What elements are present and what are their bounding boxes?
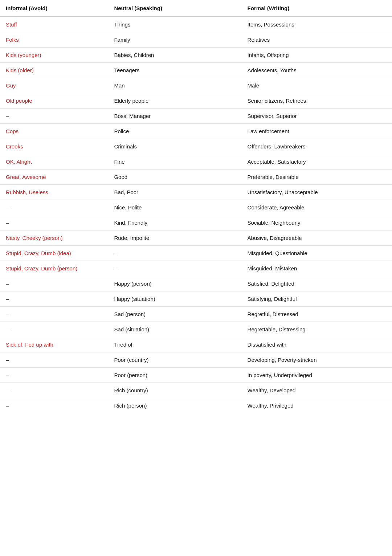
cell-informal: OK, Alright — [0, 154, 110, 169]
cell-neutral: Rich (country) — [110, 383, 243, 398]
cell-informal: Great, Awesome — [0, 169, 110, 185]
cell-neutral: Boss, Manager — [110, 109, 243, 124]
cell-formal: Considerate, Agreeable — [243, 200, 392, 215]
cell-formal: Supervisor, Superior — [243, 109, 392, 124]
table-row: CopsPoliceLaw enforcement — [0, 124, 392, 139]
cell-formal: In poverty, Underprivileged — [243, 368, 392, 383]
cell-formal: Preferable, Desirable — [243, 169, 392, 185]
cell-neutral: Criminals — [110, 139, 243, 154]
table-row: –Sad (situation)Regrettable, Distressing — [0, 322, 392, 337]
cell-neutral: Sad (person) — [110, 307, 243, 322]
vocabulary-table: Informal (Avoid) Neutral (Speaking) Form… — [0, 0, 392, 413]
cell-informal: Folks — [0, 32, 110, 48]
header-formal: Formal (Writing) — [243, 0, 392, 17]
table-row: –Kind, FriendlySociable, Neighbourly — [0, 215, 392, 230]
table-row: Stupid, Crazy, Dumb (person)–Misguided, … — [0, 261, 392, 276]
table-row: Old peopleElderly peopleSenior citizens,… — [0, 93, 392, 109]
cell-formal: Dissatisfied with — [243, 337, 392, 352]
cell-neutral: Kind, Friendly — [110, 215, 243, 230]
table-row: OK, AlrightFineAcceptable, Satisfactory — [0, 154, 392, 169]
cell-neutral: – — [110, 246, 243, 261]
cell-informal: – — [0, 322, 110, 337]
cell-formal: Wealthy, Developed — [243, 383, 392, 398]
table-row: GuyManMale — [0, 78, 392, 93]
cell-formal: Sociable, Neighbourly — [243, 215, 392, 230]
table-row: –Boss, ManagerSupervisor, Superior — [0, 109, 392, 124]
table-row: –Poor (person)In poverty, Underprivilege… — [0, 368, 392, 383]
table-row: –Poor (country)Developing, Poverty-stric… — [0, 352, 392, 368]
cell-informal: Stupid, Crazy, Dumb (idea) — [0, 246, 110, 261]
cell-formal: Relatives — [243, 32, 392, 48]
cell-formal: Misguided, Mistaken — [243, 261, 392, 276]
cell-neutral: – — [110, 261, 243, 276]
table-row: –Rich (country)Wealthy, Developed — [0, 383, 392, 398]
cell-informal: – — [0, 200, 110, 215]
cell-neutral: Teenagers — [110, 63, 243, 78]
cell-neutral: Police — [110, 124, 243, 139]
cell-neutral: Things — [110, 17, 243, 32]
table-row: Nasty, Cheeky (person)Rude, ImpoliteAbus… — [0, 230, 392, 246]
cell-formal: Satisfying, Delightful — [243, 291, 392, 307]
cell-formal: Offenders, Lawbreakers — [243, 139, 392, 154]
table-row: StuffThingsItems, Possessions — [0, 17, 392, 32]
cell-informal: Guy — [0, 78, 110, 93]
table-row: FolksFamilyRelatives — [0, 32, 392, 48]
cell-neutral: Man — [110, 78, 243, 93]
cell-informal: – — [0, 368, 110, 383]
cell-formal: Abusive, Disagreeable — [243, 230, 392, 246]
cell-informal: Crooks — [0, 139, 110, 154]
cell-formal: Regretful, Distressed — [243, 307, 392, 322]
cell-informal: Stuff — [0, 17, 110, 32]
cell-informal: Kids (younger) — [0, 48, 110, 63]
table-row: –Happy (person)Satisfied, Delighted — [0, 276, 392, 291]
table-row: Sick of, Fed up withTired ofDissatisfied… — [0, 337, 392, 352]
cell-informal: Old people — [0, 93, 110, 109]
cell-formal: Senior citizens, Retirees — [243, 93, 392, 109]
cell-neutral: Babies, Children — [110, 48, 243, 63]
cell-formal: Unsatisfactory, Unacceptable — [243, 185, 392, 200]
table-row: Great, AwesomeGoodPreferable, Desirable — [0, 169, 392, 185]
cell-informal: – — [0, 276, 110, 291]
cell-formal: Satisfied, Delighted — [243, 276, 392, 291]
cell-neutral: Bad, Poor — [110, 185, 243, 200]
cell-neutral: Fine — [110, 154, 243, 169]
cell-formal: Misguided, Questionable — [243, 246, 392, 261]
cell-neutral: Good — [110, 169, 243, 185]
cell-neutral: Poor (country) — [110, 352, 243, 368]
cell-formal: Adolescents, Youths — [243, 63, 392, 78]
cell-informal: – — [0, 383, 110, 398]
cell-informal: – — [0, 352, 110, 368]
cell-informal: Cops — [0, 124, 110, 139]
cell-formal: Items, Possessions — [243, 17, 392, 32]
table-header-row: Informal (Avoid) Neutral (Speaking) Form… — [0, 0, 392, 17]
cell-neutral: Happy (situation) — [110, 291, 243, 307]
header-neutral: Neutral (Speaking) — [110, 0, 243, 17]
cell-formal: Regrettable, Distressing — [243, 322, 392, 337]
cell-formal: Male — [243, 78, 392, 93]
cell-neutral: Happy (person) — [110, 276, 243, 291]
main-container: Informal (Avoid) Neutral (Speaking) Form… — [0, 0, 392, 413]
cell-informal: – — [0, 307, 110, 322]
cell-informal: Rubbish, Useless — [0, 185, 110, 200]
cell-formal: Wealthy, Privileged — [243, 398, 392, 413]
cell-informal: – — [0, 291, 110, 307]
cell-informal: – — [0, 398, 110, 413]
table-row: –Rich (person)Wealthy, Privileged — [0, 398, 392, 413]
cell-informal: Sick of, Fed up with — [0, 337, 110, 352]
table-row: –Sad (person)Regretful, Distressed — [0, 307, 392, 322]
cell-formal: Infants, Offspring — [243, 48, 392, 63]
cell-neutral: Sad (situation) — [110, 322, 243, 337]
table-row: –Nice, PoliteConsiderate, Agreeable — [0, 200, 392, 215]
cell-formal: Developing, Poverty-stricken — [243, 352, 392, 368]
cell-neutral: Elderly people — [110, 93, 243, 109]
table-row: Stupid, Crazy, Dumb (idea)–Misguided, Qu… — [0, 246, 392, 261]
cell-neutral: Family — [110, 32, 243, 48]
cell-neutral: Tired of — [110, 337, 243, 352]
table-row: –Happy (situation)Satisfying, Delightful — [0, 291, 392, 307]
cell-informal: Stupid, Crazy, Dumb (person) — [0, 261, 110, 276]
cell-neutral: Rich (person) — [110, 398, 243, 413]
cell-informal: Kids (older) — [0, 63, 110, 78]
cell-neutral: Rude, Impolite — [110, 230, 243, 246]
cell-formal: Law enforcement — [243, 124, 392, 139]
table-row: Kids (older)TeenagersAdolescents, Youths — [0, 63, 392, 78]
